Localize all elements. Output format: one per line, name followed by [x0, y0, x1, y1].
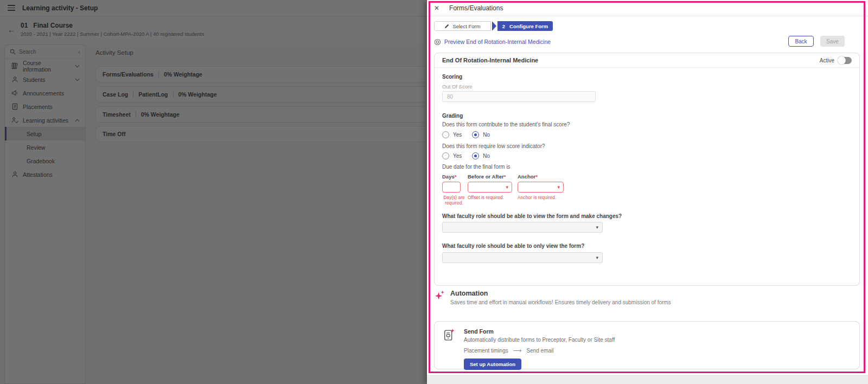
- save-button[interactable]: Save: [820, 36, 845, 47]
- caret-down-icon: ▾: [596, 225, 598, 230]
- anchor-error: Anchor is required.: [518, 195, 569, 200]
- days-input[interactable]: [442, 182, 461, 193]
- set-up-automation-button[interactable]: Set up Automation: [464, 359, 521, 370]
- due-date-label: Due date for the final form is: [442, 164, 510, 170]
- anchor-label: Anchor*: [518, 174, 569, 180]
- send-form-description: Automatically distribute forms to Precep…: [464, 337, 615, 343]
- caret-down-icon: ▾: [506, 184, 508, 190]
- caret-down-icon: ▾: [596, 255, 598, 260]
- screen: Learning activity - Setup ← 01 Final Cou…: [0, 0, 868, 384]
- send-form-doc-icon: [442, 328, 456, 342]
- send-form-title: Send Form: [464, 328, 615, 335]
- out-of-score-label: Out Of Score: [442, 84, 472, 89]
- stepper-arrow-icon: [492, 21, 496, 31]
- active-label: Active: [820, 57, 834, 63]
- anchor-select[interactable]: ▾: [518, 182, 564, 193]
- final-score-radio-group: Yes No: [442, 131, 496, 138]
- drawer-bottom-strip: [427, 375, 868, 384]
- drawer-title: Forms/Evaluations: [449, 4, 503, 12]
- radio-no-selected[interactable]: [472, 131, 479, 138]
- role-view-select[interactable]: ▾: [442, 252, 603, 263]
- flow-from: Placement timings: [464, 348, 508, 354]
- question-final-score: Does this form contribute to the student…: [442, 121, 570, 127]
- step-select-form[interactable]: Select Form: [434, 21, 491, 31]
- automation-subtitle: Saves time and effort in manual workflow…: [450, 299, 671, 305]
- flow-to: Send email: [526, 348, 553, 354]
- low-score-radio-group: Yes No: [442, 152, 496, 159]
- due-date-fields: Days* Day(s) are required. Before or Aft…: [442, 174, 569, 206]
- caret-down-icon: ▾: [557, 184, 560, 190]
- back-button[interactable]: Back: [788, 36, 814, 47]
- automation-flow: Placement timings ⟶ Send email: [464, 347, 615, 354]
- automation-section: Automation Saves time and effort in manu…: [434, 290, 671, 305]
- question-role-view: What faculty role should be able to only…: [442, 243, 584, 249]
- drawer-header: ✕ Forms/Evaluations: [427, 0, 868, 16]
- drawer-actions-row: Preview End of Rotation-Internal Medicin…: [434, 36, 861, 48]
- role-edit-select[interactable]: ▾: [442, 222, 603, 233]
- step-configure-form[interactable]: 2 Configure Form: [497, 21, 553, 31]
- offset-error: Offset is required.: [468, 195, 518, 200]
- question-role-edit: What faculty role should be able to view…: [442, 213, 622, 219]
- forms-evaluations-drawer: ✕ Forms/Evaluations Select Form 2 Config…: [427, 0, 868, 384]
- out-of-score-input: [442, 91, 596, 102]
- radio-no-selected[interactable]: [472, 152, 479, 159]
- radio-yes[interactable]: [442, 152, 449, 159]
- send-form-card: Send Form Automatically distribute forms…: [434, 321, 860, 369]
- radio-yes[interactable]: [442, 131, 449, 138]
- days-label: Days*: [442, 174, 467, 180]
- automation-title: Automation: [450, 290, 671, 297]
- modal-overlay: [0, 0, 427, 384]
- stepper: Select Form 2 Configure Form: [434, 21, 553, 31]
- main-app: Learning activity - Setup ← 01 Final Cou…: [0, 0, 427, 384]
- question-low-score: Does this form require low score indicat…: [442, 143, 545, 149]
- sparkle-icon: [434, 290, 446, 302]
- days-error: Day(s) are required.: [442, 195, 466, 206]
- form-name: End Of Rotation-Internal Medicine: [442, 57, 538, 63]
- preview-icon: [434, 39, 441, 46]
- before-after-label: Before or After*: [468, 174, 518, 180]
- before-after-select[interactable]: ▾: [468, 182, 512, 193]
- scoring-section-label: Scoring: [442, 74, 462, 80]
- pencil-icon: [444, 24, 449, 29]
- preview-form-link[interactable]: Preview End of Rotation-Internal Medicin…: [434, 39, 551, 46]
- grading-section-label: Grading: [442, 113, 463, 119]
- close-icon[interactable]: ✕: [434, 4, 439, 12]
- flow-arrow-icon: ⟶: [513, 347, 522, 354]
- form-config-card: End Of Rotation-Internal Medicine Active…: [434, 53, 860, 286]
- active-toggle[interactable]: [839, 57, 852, 64]
